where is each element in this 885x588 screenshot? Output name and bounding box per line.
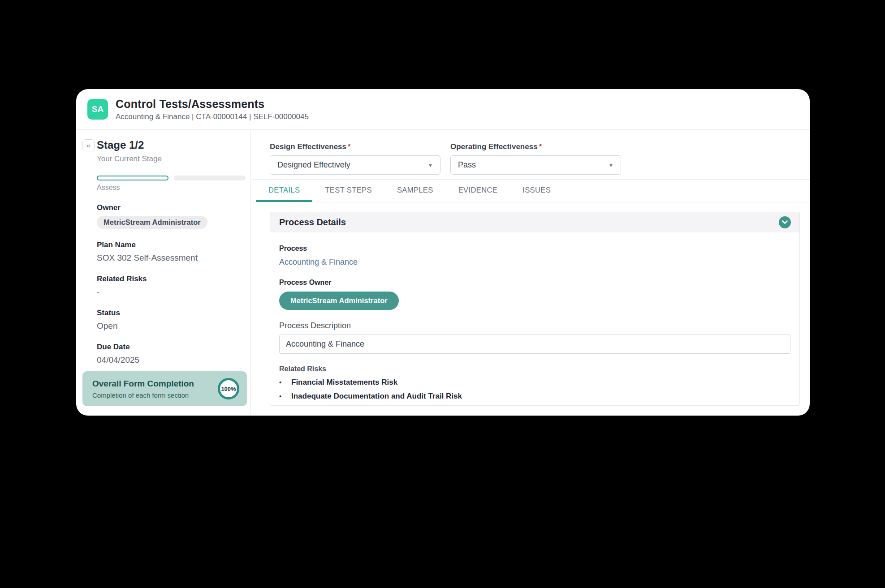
required-asterisk: * bbox=[539, 142, 542, 151]
stage-sidebar: « Stage 1/2 Your Current Stage Assess Ow… bbox=[76, 130, 251, 416]
completion-title: Overall Form Completion bbox=[92, 379, 194, 389]
stage-progress-segment-next bbox=[174, 176, 246, 180]
status-label: Status bbox=[97, 309, 250, 318]
process-owner-pill: MetricStream Administrator bbox=[279, 292, 399, 310]
operating-effectiveness-label-text: Operating Effectiveness bbox=[450, 142, 538, 151]
sidebar-field-status: Status Open bbox=[97, 309, 250, 331]
stage-subtitle: Your Current Stage bbox=[97, 155, 250, 163]
design-effectiveness-field: Design Effectiveness* Designed Effective… bbox=[270, 142, 440, 175]
due-date-label: Due Date bbox=[97, 343, 250, 352]
chevron-down-icon bbox=[782, 220, 788, 224]
completion-percent-badge: 100% bbox=[218, 378, 239, 399]
related-risks-label: Related Risks bbox=[97, 275, 250, 283]
process-details-body: Process Accounting & Finance Process Own… bbox=[270, 232, 799, 401]
related-risks-section-label: Related Risks bbox=[279, 365, 790, 373]
window-header: SA Control Tests/Assessments Accounting … bbox=[76, 89, 810, 130]
sidebar-field-plan-name: Plan Name SOX 302 Self-Assessment bbox=[97, 240, 250, 263]
design-effectiveness-label-text: Design Effectiveness bbox=[270, 142, 346, 151]
process-label: Process bbox=[279, 245, 790, 253]
sidebar-field-due-date: Due Date 04/04/2025 bbox=[97, 343, 250, 365]
process-description-input[interactable] bbox=[279, 335, 790, 354]
operating-effectiveness-label: Operating Effectiveness* bbox=[450, 142, 621, 151]
plan-name-label: Plan Name bbox=[97, 240, 250, 249]
collapse-icon: « bbox=[86, 142, 90, 149]
header-text-block: Control Tests/Assessments Accounting & F… bbox=[116, 98, 309, 121]
main-content: Design Effectiveness* Designed Effective… bbox=[251, 130, 810, 416]
tab-test-steps[interactable]: TEST STEPS bbox=[312, 180, 384, 202]
process-details-header: Process Details bbox=[270, 212, 799, 232]
stage-step-label: Assess bbox=[97, 184, 250, 192]
design-effectiveness-value: Designed Effectively bbox=[277, 160, 350, 170]
tab-samples[interactable]: SAMPLES bbox=[384, 180, 446, 202]
process-description-label: Process Description bbox=[279, 321, 790, 330]
process-details-card: Process Details Process Accounting & Fin… bbox=[270, 212, 800, 406]
tabs-bar: DETAILS TEST STEPS SAMPLES EVIDENCE ISSU… bbox=[251, 180, 810, 202]
completion-text-block: Overall Form Completion Completion of ea… bbox=[92, 379, 194, 399]
app-initials-badge: SA bbox=[87, 99, 108, 120]
completion-subtitle: Completion of each form section bbox=[92, 391, 194, 399]
sidebar-field-owner: Owner MetricStream Administrator bbox=[97, 203, 250, 229]
operating-effectiveness-select[interactable]: Pass ▼ bbox=[450, 155, 621, 175]
status-value: Open bbox=[97, 321, 250, 331]
stage-progress-segment-current bbox=[97, 176, 168, 180]
related-risk-item: • Inadequate Documentation and Audit Tra… bbox=[279, 392, 790, 401]
process-link[interactable]: Accounting & Finance bbox=[279, 258, 358, 267]
related-risk-item: • Financial Misstatements Risk bbox=[279, 378, 790, 387]
owner-chip: MetricStream Administrator bbox=[97, 216, 207, 229]
breadcrumb: Accounting & Finance | CTA-00000144 | SE… bbox=[116, 112, 309, 121]
effectiveness-row: Design Effectiveness* Designed Effective… bbox=[251, 130, 810, 180]
app-initials-label: SA bbox=[92, 104, 104, 114]
caret-down-icon: ▼ bbox=[428, 163, 433, 168]
tab-evidence[interactable]: EVIDENCE bbox=[446, 180, 510, 202]
related-risks-value: - bbox=[97, 287, 250, 297]
plan-name-value: SOX 302 Self-Assessment bbox=[97, 253, 250, 263]
process-owner-label: Process Owner bbox=[279, 279, 790, 287]
owner-label: Owner bbox=[97, 203, 250, 212]
operating-effectiveness-field: Operating Effectiveness* Pass ▼ bbox=[450, 142, 621, 175]
related-risk-text: Financial Misstatements Risk bbox=[291, 378, 397, 387]
required-asterisk: * bbox=[348, 142, 351, 151]
process-details-title: Process Details bbox=[279, 217, 346, 227]
overall-form-completion-panel: Overall Form Completion Completion of ea… bbox=[82, 371, 247, 406]
collapse-section-button[interactable] bbox=[779, 216, 791, 228]
completion-percent: 100% bbox=[221, 386, 236, 392]
collapse-sidebar-button[interactable]: « bbox=[82, 139, 95, 151]
operating-effectiveness-value: Pass bbox=[458, 160, 476, 170]
stage-progress-bar bbox=[97, 176, 250, 180]
page-title: Control Tests/Assessments bbox=[116, 98, 309, 111]
tab-details[interactable]: DETAILS bbox=[256, 180, 312, 202]
due-date-value: 04/04/2025 bbox=[97, 355, 250, 365]
caret-down-icon: ▼ bbox=[609, 163, 613, 168]
bullet-icon: • bbox=[279, 378, 291, 386]
design-effectiveness-select[interactable]: Designed Effectively ▼ bbox=[270, 155, 440, 175]
tab-issues[interactable]: ISSUES bbox=[510, 180, 563, 202]
sidebar-field-related-risks: Related Risks - bbox=[97, 275, 250, 297]
related-risk-text: Inadequate Documentation and Audit Trail… bbox=[291, 392, 462, 401]
bullet-icon: • bbox=[279, 392, 291, 400]
design-effectiveness-label: Design Effectiveness* bbox=[270, 142, 440, 151]
stage-title: Stage 1/2 bbox=[97, 139, 250, 151]
control-test-window: SA Control Tests/Assessments Accounting … bbox=[76, 89, 810, 416]
